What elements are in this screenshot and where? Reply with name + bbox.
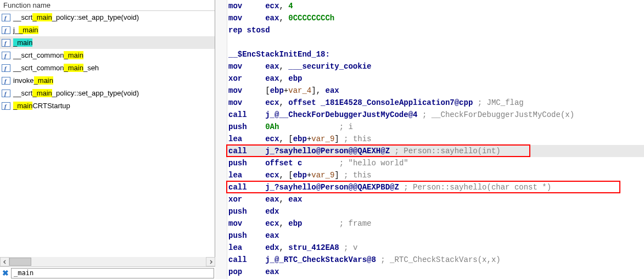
function-icon: f [1, 26, 11, 35]
function-name: _main [13, 38, 32, 47]
function-icon: f [1, 13, 11, 22]
scroll-thumb[interactable] [9, 258, 31, 266]
function-row[interactable]: f__scrt_common_main [0, 49, 215, 62]
close-filter-icon[interactable]: ✖ [0, 269, 11, 277]
functions-list[interactable]: f__scrt_main_policy::set_app_type(void)f… [0, 11, 215, 279]
code-line[interactable]: push 0Ah ; i [227, 121, 644, 133]
function-icon: f [1, 64, 11, 72]
function-name: invoke_main [13, 76, 53, 85]
code-line[interactable]: xor eax, ebp [227, 72, 644, 85]
functions-header: Function name [0, 0, 215, 11]
code-line[interactable]: mov [ebp+var_4], eax [227, 85, 644, 97]
disassembly-panel: mov ecx, 4mov eax, 0CCCCCCCChrep stosd _… [215, 0, 644, 279]
scroll-left-button[interactable] [0, 257, 9, 266]
code-line[interactable]: push edx [227, 205, 644, 217]
function-row[interactable]: f__scrt_main_policy::set_app_type(void) [0, 87, 215, 99]
code-line[interactable]: lea edx, stru_412EA8 ; v [227, 242, 644, 254]
code-line[interactable]: __$EncStackInitEnd_18: [227, 48, 644, 60]
code-line[interactable]: mov eax, ___security_cookie [227, 60, 644, 72]
function-icon: f [1, 76, 11, 85]
code-line[interactable]: mov eax, 0CCCCCCCCh [227, 12, 644, 24]
code-line[interactable]: call j_@_RTC_CheckStackVars@8 ; _RTC_Che… [227, 254, 644, 266]
function-row[interactable]: finvoke_main [0, 74, 215, 87]
scroll-track[interactable] [9, 257, 206, 266]
function-name: __scrt_common_main [13, 51, 83, 59]
code-line[interactable]: lea ecx, [ebp+var_9] ; this [227, 133, 644, 145]
code-line[interactable]: mov ecx, ebp ; frame [227, 217, 644, 230]
code-line[interactable]: push eax [227, 230, 644, 242]
function-row[interactable]: f_mainCRTStartup [0, 99, 215, 112]
function-icon: f [1, 38, 11, 47]
function-name: _mainCRTStartup [13, 102, 70, 110]
filter-input[interactable] [11, 268, 214, 278]
code-line[interactable]: push offset c ; "hello world" [227, 157, 644, 169]
code-line[interactable]: call j_@__CheckForDebuggerJustMyCode@4 ;… [227, 109, 644, 121]
function-name: __scrt_main_policy::set_app_type(void) [13, 89, 139, 97]
function-icon: f [1, 89, 11, 98]
gutter [215, 0, 227, 279]
function-name: j__main [13, 26, 38, 34]
disassembly-view[interactable]: mov ecx, 4mov eax, 0CCCCCCCChrep stosd _… [227, 0, 644, 279]
code-line[interactable] [227, 36, 644, 48]
horizontal-scrollbar[interactable] [0, 257, 215, 266]
function-name: __scrt_common_main_seh [13, 64, 99, 72]
function-row[interactable]: f__scrt_common_main_seh [0, 62, 215, 74]
function-row[interactable]: fj__main [0, 24, 215, 36]
function-icon: f [1, 51, 11, 60]
code-line[interactable]: rep stosd [227, 24, 644, 36]
code-line[interactable]: mov ecx, 4 [227, 0, 644, 12]
code-line[interactable]: mov ecx, offset _181E4528_ConsoleApplica… [227, 97, 644, 109]
code-line[interactable]: pop eax [227, 266, 644, 278]
code-line[interactable]: lea ecx, [ebp+var_9] ; this [227, 169, 644, 181]
function-icon: f [1, 102, 11, 110]
function-row[interactable]: f_main [0, 36, 215, 49]
code-line[interactable]: call j_?sayhello@Person@@QAEXPBD@Z ; Per… [227, 181, 644, 193]
filter-bar: ✖ [0, 266, 215, 279]
scroll-right-button[interactable] [206, 257, 215, 266]
function-row[interactable]: f__scrt_main_policy::set_app_type(void) [0, 11, 215, 24]
function-name: __scrt_main_policy::set_app_type(void) [13, 13, 139, 21]
code-line[interactable]: xor eax, eax [227, 193, 644, 205]
functions-panel: Function name f__scrt_main_policy::set_a… [0, 0, 215, 279]
code-line[interactable]: call j_?sayhello@Person@@QAEXH@Z ; Perso… [227, 145, 644, 157]
